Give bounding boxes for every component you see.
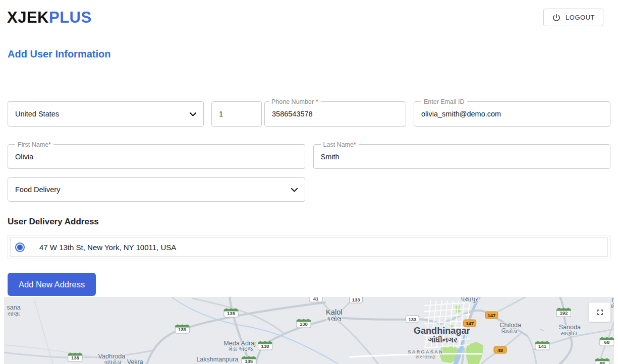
map-road-shield: 138 <box>297 319 311 328</box>
svg-text:48: 48 <box>497 347 503 353</box>
required-asterisk: * <box>354 141 356 148</box>
logout-button[interactable]: LOGOUT <box>543 9 603 26</box>
map-place-label: Kalol <box>326 308 342 316</box>
map-labels: sanaસાણાVadhrodaવાધરોડાVekraLakshmanpura… <box>7 297 614 364</box>
map-place-label: ગાંધીનગર <box>428 335 458 344</box>
map-road-shield: 147 <box>485 312 498 319</box>
map-road-shield: 138 <box>68 353 82 362</box>
phone-code-field <box>211 101 262 127</box>
map-road-shield: 68 <box>600 337 614 346</box>
logo-accent: PLUS <box>49 9 92 26</box>
name-row: First Name* Last Name* <box>8 144 610 169</box>
first-name-label: First Name* <box>15 141 53 149</box>
radio-dot <box>17 245 23 250</box>
fullscreen-icon <box>595 308 605 317</box>
country-select-value: United States <box>15 110 59 118</box>
map-place-label: કલોલ <box>326 316 342 323</box>
svg-text:147: 147 <box>466 321 474 326</box>
map-road-shield: 141 <box>535 341 549 350</box>
svg-text:138: 138 <box>300 321 308 327</box>
map-road-shield: 192 <box>556 308 571 317</box>
svg-text:138: 138 <box>261 343 269 349</box>
last-name-label: Last Name* <box>321 141 359 149</box>
address-radio-cell <box>11 238 29 256</box>
page-title: Add User Information <box>8 48 610 60</box>
section-title-delivery-address: User Delivery Address <box>8 217 610 227</box>
address-text: 47 W 13th St, New York, NY 10011, USA <box>29 238 176 256</box>
map-place-label: Lakshmanpura <box>196 356 238 363</box>
add-new-address-button[interactable]: Add New Address <box>8 273 96 296</box>
map-road-shield: 138 <box>258 341 272 350</box>
map-place-label: ris <box>611 297 614 304</box>
map-shields: 1891351381381351384113313314714748192141… <box>68 297 614 364</box>
svg-text:133: 133 <box>408 317 416 322</box>
map-place-label: મેડા અદ્રજ <box>229 345 253 352</box>
svg-text:141: 141 <box>538 343 547 349</box>
contact-row: United States Phone Number* Enter Email … <box>8 101 610 127</box>
map-road-shield: 41 <box>309 297 322 302</box>
phone-code-input[interactable] <box>212 102 261 126</box>
app-logo[interactable]: XJEKPLUS <box>7 9 92 27</box>
country-select[interactable]: United States <box>8 101 204 127</box>
map-road-shield: 133 <box>406 316 419 323</box>
map-place-label: Gandhinagar <box>414 326 470 336</box>
map-place-label: વાધરોડા <box>104 359 122 364</box>
phone-number-label: Phone Number* <box>269 98 321 106</box>
app-header: XJEKPLUS LOGOUT <box>0 0 618 35</box>
map-road-shield: 48 <box>494 346 507 353</box>
fullscreen-button[interactable] <box>589 302 610 322</box>
svg-text:189: 189 <box>178 327 186 332</box>
svg-text:41: 41 <box>313 297 319 301</box>
svg-text:68: 68 <box>600 360 605 364</box>
svg-text:68: 68 <box>604 339 610 345</box>
map-road-shield: 135 <box>242 356 256 364</box>
map-place-label: ચિલોડા <box>501 328 518 334</box>
map-road-shield: 189 <box>175 325 189 334</box>
svg-text:138: 138 <box>71 355 79 360</box>
first-name-field: First Name* <box>8 144 305 169</box>
required-asterisk: * <box>316 98 318 105</box>
map-place-label: Vekra <box>127 358 143 364</box>
logout-label: LOGOUT <box>566 14 595 21</box>
map-road-shield: 133 <box>350 297 363 303</box>
map-place-label: સરગાસણ <box>416 354 436 359</box>
power-icon <box>552 13 561 22</box>
svg-text:135: 135 <box>245 358 253 364</box>
main-content: Add User Information United States Phone… <box>0 48 618 296</box>
service-type-select[interactable]: Food Delivery <box>8 177 305 202</box>
map-secondary-roads <box>4 297 614 364</box>
address-option[interactable]: 47 W 13th St, New York, NY 10011, USA <box>10 237 608 257</box>
svg-text:192: 192 <box>559 310 568 316</box>
service-type-value: Food Delivery <box>15 186 60 194</box>
map-canvas: 1891351381381351384113313314714748192141… <box>4 297 614 364</box>
required-asterisk: * <box>48 141 51 148</box>
svg-text:135: 135 <box>227 311 236 316</box>
chevron-down-icon <box>190 110 196 118</box>
address-list: 47 W 13th St, New York, NY 10011, USA <box>8 235 610 259</box>
map-place-label: Chiloda <box>499 322 521 329</box>
email-field: Enter Email ID <box>414 101 610 127</box>
map-place-label: શેર <box>611 302 614 309</box>
svg-text:147: 147 <box>487 313 495 318</box>
map-place-label: સાણોદા <box>560 330 577 336</box>
svg-text:133: 133 <box>352 297 360 302</box>
map-place-label: સાણા <box>8 311 20 317</box>
map-place-label: sana <box>7 304 20 311</box>
chevron-down-icon <box>291 186 298 194</box>
email-label: Enter Email ID <box>421 98 467 106</box>
map-place-label: પેથાપુર <box>461 297 479 303</box>
map-road-shield: 68 <box>595 358 609 364</box>
last-name-field: Last Name* <box>313 144 611 169</box>
phone-number-field: Phone Number* <box>264 101 406 127</box>
address-radio[interactable] <box>15 242 25 252</box>
map-road-shield: 135 <box>224 309 238 318</box>
logo-primary: XJEK <box>7 9 49 26</box>
map-place-label: Sanoda <box>559 324 581 331</box>
map[interactable]: 1891351381381351384113313314714748192141… <box>4 297 614 364</box>
